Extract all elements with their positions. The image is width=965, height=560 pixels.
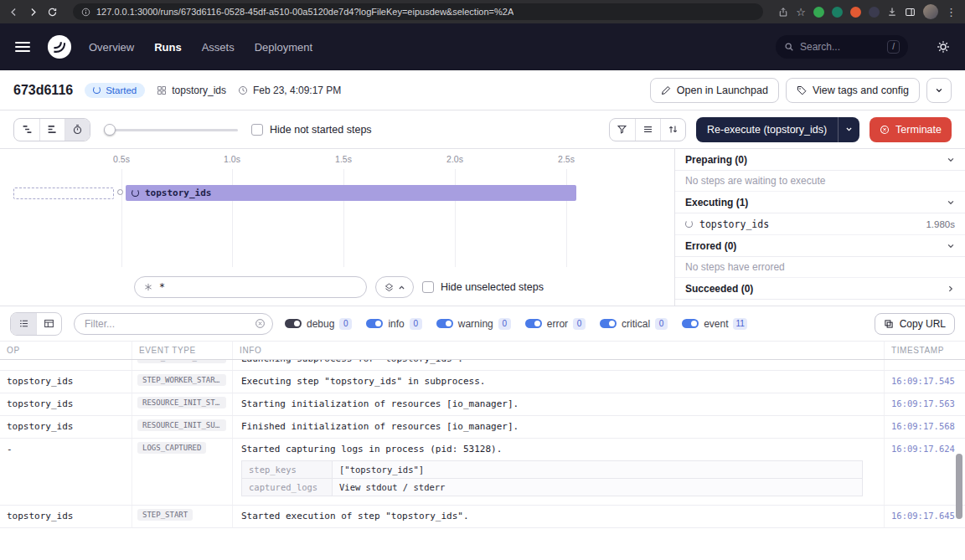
clear-filter-icon[interactable] — [255, 318, 266, 329]
open-in-launchpad-button[interactable]: Open in Launchpad — [650, 78, 779, 103]
hamburger-menu-icon[interactable] — [15, 42, 30, 52]
downloads-icon[interactable] — [887, 7, 897, 17]
slider-knob[interactable] — [104, 124, 116, 136]
chevron-up-icon — [398, 284, 405, 291]
metadata-key: captured_logs — [242, 479, 333, 496]
log-view-table-button[interactable] — [36, 313, 61, 335]
hide-unselected-checkbox[interactable] — [422, 281, 434, 293]
scrollbar-thumb[interactable] — [956, 454, 962, 519]
bookmark-star-icon[interactable]: ☆ — [796, 7, 806, 18]
nav-item-deployment[interactable]: Deployment — [255, 41, 312, 54]
run-actions-caret-button[interactable] — [926, 78, 952, 103]
time-tick: 2.5s — [558, 154, 575, 164]
terminate-button[interactable]: Terminate — [870, 117, 952, 142]
hide-not-started-checkbox[interactable] — [251, 124, 263, 136]
nav-item-overview[interactable]: Overview — [89, 41, 134, 54]
address-bar[interactable]: 127.0.0.1:3000/runs/673d6116-0528-45df-a… — [73, 3, 763, 20]
view-tags-config-button[interactable]: View tags and config — [786, 78, 920, 103]
log-row[interactable]: topstory_ids STEP_START Started executio… — [0, 506, 965, 528]
gantt-view-timer-button[interactable] — [65, 119, 90, 141]
side-panel-icon[interactable] — [905, 7, 916, 18]
log-row[interactable]: topstory_ids RESOURCE_INIT_SUCCESS Finis… — [0, 416, 965, 439]
gantt-controls: Hide unselected steps — [0, 269, 674, 306]
gantt-view-flat-button[interactable] — [39, 119, 65, 141]
log-view-list-button[interactable] — [11, 313, 36, 335]
extension-icon[interactable] — [832, 7, 843, 18]
dagster-logo[interactable] — [47, 34, 72, 59]
chevron-down-icon — [935, 86, 943, 95]
col-event-type: EVENT TYPE — [132, 342, 233, 359]
section-preparing[interactable]: Preparing (0) — [675, 149, 965, 171]
log-timestamp[interactable]: 16:09:17.568 — [885, 416, 965, 435]
extension-icon[interactable] — [869, 7, 880, 18]
pane-resize-handle[interactable] — [117, 189, 123, 195]
log-filter-input[interactable] — [85, 318, 250, 330]
event-type-chip: RESOURCE_INIT_SUCCESS — [137, 419, 226, 431]
log-row[interactable]: topstory_ids STEP_WORKER_STARTED Executi… — [0, 371, 965, 393]
copy-url-button[interactable]: Copy URL — [875, 313, 955, 335]
log-row[interactable]: topstory_ids RESOURCE_INIT_STARTED Start… — [0, 393, 965, 416]
event-type-chip: STEP_WORKER_STARTING — [137, 360, 226, 363]
executing-step-item[interactable]: topstory_ids 1.980s — [675, 213, 965, 235]
captured-logs-link[interactable]: View stdout / stderr — [333, 479, 863, 496]
job-name-chip[interactable]: topstory_ids — [157, 85, 226, 96]
nav-item-runs[interactable]: Runs — [154, 41, 182, 54]
hide-unselected-row: Hide unselected steps — [422, 281, 544, 293]
log-timestamp[interactable]: 16:09:17.624 — [885, 439, 965, 458]
hide-not-started-row: Hide not started steps — [251, 124, 372, 136]
back-icon[interactable] — [8, 7, 19, 18]
gridline — [343, 169, 344, 267]
gantt-chart: 0.5s 1.0s 1.5s 2.0s 2.5s topstory_ids — [0, 149, 675, 306]
extension-icon[interactable] — [813, 7, 824, 18]
reexecute-caret-button[interactable] — [838, 117, 859, 142]
profile-avatar[interactable] — [923, 4, 938, 19]
pencil-icon — [661, 85, 671, 95]
section-executing[interactable]: Executing (1) — [675, 192, 965, 213]
share-icon[interactable] — [778, 7, 788, 18]
filter-funnel-button[interactable] — [610, 119, 635, 141]
level-filter-debug[interactable]: debug0 — [285, 318, 352, 330]
sort-steps-button[interactable] — [660, 119, 685, 141]
level-filter-warning[interactable]: warning0 — [436, 318, 511, 330]
chevron-down-icon — [947, 242, 955, 250]
nav-item-assets[interactable]: Assets — [202, 41, 235, 54]
step-duration: 1.980s — [926, 219, 955, 229]
step-selector-input[interactable] — [159, 281, 358, 293]
extension-icon[interactable] — [850, 7, 861, 18]
reload-icon[interactable] — [47, 7, 58, 18]
level-filter-info[interactable]: info0 — [366, 318, 421, 330]
site-info-icon[interactable] — [81, 8, 90, 17]
col-timestamp: TIMESTAMP — [885, 342, 965, 359]
log-timestamp[interactable]: 16:09:17.545 — [885, 371, 965, 390]
section-empty-text: No steps have errored — [675, 257, 965, 278]
gantt-view-waterfall-button[interactable] — [14, 119, 39, 141]
global-search[interactable]: Search... / — [776, 35, 908, 59]
step-status-panel: Preparing (0) No steps are waiting to ex… — [675, 149, 965, 306]
log-timestamp[interactable]: 16:09:17.645 — [885, 506, 965, 525]
browser-menu-icon[interactable]: ⋮ — [946, 7, 957, 18]
zoom-slider[interactable] — [104, 124, 238, 136]
section-succeeded[interactable]: Succeeded (0) — [675, 278, 965, 300]
settings-gear-icon[interactable] — [937, 40, 950, 54]
tag-icon — [797, 85, 807, 95]
reexecute-button[interactable]: Re-execute (topstory_ids) — [696, 117, 838, 142]
graph-query-button[interactable] — [375, 276, 414, 298]
log-row[interactable]: STEP_WORKER_STARTING Launching subproces… — [0, 360, 965, 371]
section-errored[interactable]: Errored (0) — [675, 235, 965, 257]
log-row[interactable]: - LOGS_CAPTURED Started capturing logs i… — [0, 439, 965, 506]
log-timestamp[interactable]: 16:09:17.563 — [885, 393, 965, 413]
forward-icon[interactable] — [28, 7, 39, 18]
step-selector-input-wrap — [134, 276, 367, 298]
spinner-icon — [685, 220, 693, 228]
url-text: 127.0.0.1:3000/runs/673d6116-0528-45df-a… — [96, 7, 513, 17]
gantt-step-bar[interactable]: topstory_ids — [126, 185, 576, 201]
level-filter-event[interactable]: event11 — [682, 318, 747, 330]
browser-chrome: 127.0.0.1:3000/runs/673d6116-0528-45df-a… — [0, 0, 965, 23]
step-list-placeholder — [13, 188, 114, 199]
level-filter-error[interactable]: error0 — [525, 318, 586, 330]
metadata-key: step_keys — [242, 461, 333, 479]
level-filter-critical[interactable]: critical0 — [600, 318, 668, 330]
run-body: 0.5s 1.0s 1.5s 2.0s 2.5s topstory_ids — [0, 149, 965, 306]
row-density-button[interactable] — [635, 119, 660, 141]
spinner-icon — [132, 189, 139, 197]
